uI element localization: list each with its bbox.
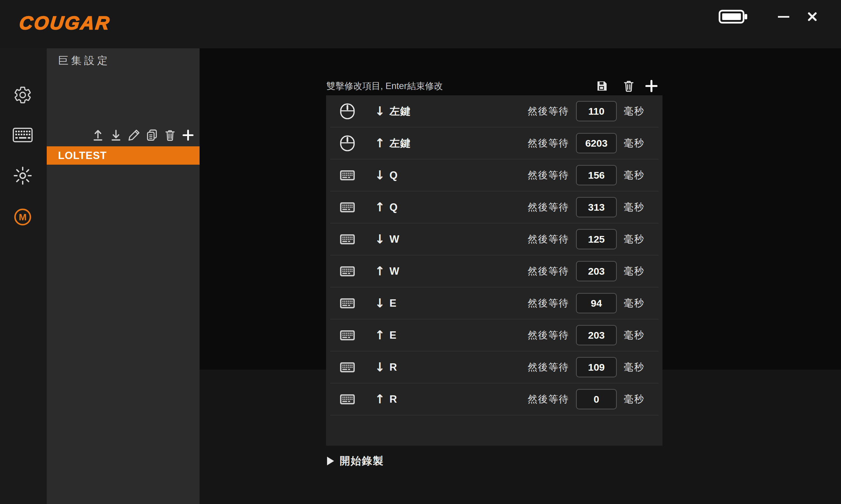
trash-icon[interactable] (163, 128, 177, 142)
wait-label: 然後等待 (528, 361, 569, 374)
wait-ms-input[interactable] (576, 325, 617, 345)
key-label: R (390, 393, 397, 405)
macro-m-icon: M (12, 207, 33, 227)
wait-label: 然後等待 (528, 233, 569, 246)
unit-label: 毫秒 (624, 137, 645, 150)
battery-indicator (725, 8, 742, 25)
sidebar-item-settings[interactable] (12, 84, 33, 106)
key-label: Q (390, 201, 398, 213)
macro-step-row[interactable]: ↑ R 然後等待 毫秒 (330, 383, 658, 415)
save-icon (595, 79, 609, 93)
macro-toolbar (91, 128, 195, 142)
direction-arrow: ↑ (372, 200, 388, 214)
start-recording-button[interactable]: 開始錄製 (327, 453, 384, 469)
unit-label: 毫秒 (624, 329, 645, 342)
keyboard-icon (340, 170, 355, 181)
cougar-logo: COUGAR (18, 12, 112, 34)
sidebar-item-key-assignment[interactable] (12, 124, 33, 146)
wait-ms-input[interactable] (576, 357, 617, 377)
copy-icon[interactable] (145, 128, 159, 142)
direction-arrow: ↑ (372, 136, 388, 150)
macro-step-row[interactable]: ↓ R 然後等待 毫秒 (330, 351, 658, 383)
wait-ms-input[interactable] (576, 133, 617, 153)
minimize-button[interactable] (775, 8, 792, 25)
wait-label: 然後等待 (528, 169, 569, 182)
macro-list-item-selected[interactable]: LOLTEST (47, 146, 200, 165)
wait-ms-input[interactable] (576, 389, 617, 409)
play-triangle-icon (327, 457, 334, 465)
title-bar: COUGAR (0, 0, 841, 48)
plus-icon (644, 79, 659, 93)
direction-arrow: ↑ (372, 392, 388, 406)
direction-arrow: ↓ (372, 168, 388, 182)
wait-label: 然後等待 (528, 137, 569, 150)
mouse-icon (340, 103, 355, 120)
wait-label: 然後等待 (528, 201, 569, 214)
direction-arrow: ↓ (372, 232, 388, 246)
unit-label: 毫秒 (624, 297, 645, 310)
wait-ms-input[interactable] (576, 293, 617, 313)
keyboard-icon (340, 362, 355, 373)
key-label: 左鍵 (390, 136, 411, 150)
keyboard-icon (340, 298, 355, 309)
key-label: 左鍵 (390, 104, 411, 118)
wait-label: 然後等待 (528, 297, 569, 310)
brightness-icon (13, 166, 32, 185)
unit-label: 毫秒 (624, 201, 645, 214)
download-icon[interactable] (109, 128, 123, 142)
wait-ms-input[interactable] (576, 229, 617, 249)
add-step-button[interactable] (643, 77, 660, 95)
wait-label: 然後等待 (528, 265, 569, 278)
keyboard-icon (340, 202, 355, 213)
macro-step-row[interactable]: ↑ E 然後等待 毫秒 (330, 319, 658, 351)
key-label: Q (390, 169, 398, 181)
macro-step-row[interactable]: ↓ Q 然後等待 毫秒 (330, 159, 658, 191)
keyboard-icon (340, 330, 355, 341)
macro-step-row[interactable]: ↑ 左鍵 然後等待 毫秒 (330, 127, 658, 159)
unit-label: 毫秒 (624, 233, 645, 246)
minimize-icon (778, 16, 789, 18)
direction-arrow: ↓ (372, 360, 388, 374)
macro-step-row[interactable]: ↓ W 然後等待 毫秒 (330, 223, 658, 255)
gear-icon (13, 85, 32, 105)
keyboard-icon (12, 127, 33, 143)
wait-ms-input[interactable] (576, 197, 617, 217)
unit-label: 毫秒 (624, 265, 645, 278)
wait-ms-input[interactable] (576, 101, 617, 121)
key-label: R (390, 361, 397, 373)
unit-label: 毫秒 (624, 169, 645, 182)
key-label: E (390, 329, 397, 341)
wait-ms-input[interactable] (576, 261, 617, 281)
sidebar-item-lighting[interactable] (12, 165, 33, 186)
record-label: 開始錄製 (340, 454, 384, 468)
wait-label: 然後等待 (528, 105, 569, 118)
mouse-icon (340, 135, 355, 152)
close-icon (807, 11, 818, 22)
direction-arrow: ↑ (372, 328, 388, 342)
battery-icon (718, 9, 749, 25)
plus-icon[interactable] (181, 128, 195, 142)
macro-step-row[interactable]: ↓ E 然後等待 毫秒 (330, 287, 658, 319)
edit-icon[interactable] (127, 128, 141, 142)
key-label: W (390, 265, 399, 277)
svg-text:M: M (19, 212, 27, 222)
upload-icon[interactable] (91, 128, 105, 142)
direction-arrow: ↓ (372, 296, 388, 310)
macro-panel: 巨集設定 (47, 48, 200, 504)
unit-label: 毫秒 (624, 105, 645, 118)
key-label: E (390, 297, 397, 309)
macro-step-row[interactable]: ↑ W 然後等待 毫秒 (330, 255, 658, 287)
save-macro-button[interactable] (594, 77, 611, 95)
wait-ms-input[interactable] (576, 165, 617, 185)
direction-arrow: ↓ (372, 104, 388, 118)
trash-icon (622, 79, 636, 93)
sidebar-item-macro[interactable]: M (12, 206, 33, 228)
unit-label: 毫秒 (624, 393, 645, 406)
macro-step-row[interactable]: ↑ Q 然後等待 毫秒 (330, 191, 658, 223)
keyboard-icon (340, 266, 355, 277)
close-button[interactable] (804, 8, 821, 25)
wait-label: 然後等待 (528, 329, 569, 342)
macro-step-row[interactable]: ↓ 左鍵 然後等待 毫秒 (330, 95, 658, 127)
unit-label: 毫秒 (624, 361, 645, 374)
delete-step-button[interactable] (620, 77, 637, 95)
